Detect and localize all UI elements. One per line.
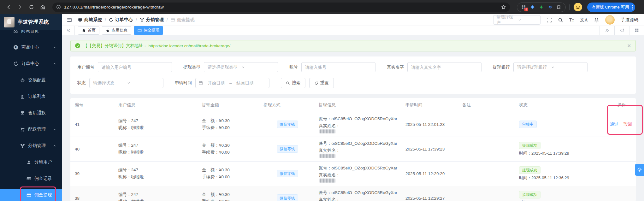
user-avatar[interactable] [605, 15, 615, 25]
home-icon [82, 28, 86, 33]
sidebar-item-trade-config[interactable]: 交易配置 [0, 74, 62, 86]
close-icon[interactable]: ✕ [627, 43, 631, 49]
svg-text:P: P [15, 46, 17, 49]
bank-select[interactable]: 请选择提现银行 [513, 62, 588, 72]
real-name-input[interactable] [407, 62, 482, 72]
col-user-info: 用户信息 [115, 98, 199, 112]
chevron-down-icon [241, 65, 275, 69]
start-date-input[interactable] [205, 81, 227, 86]
breadcrumb-item-withdraw: 佣金提现 [171, 17, 195, 23]
reject-link[interactable]: 驳回 [623, 122, 632, 127]
reload-icon[interactable] [27, 3, 36, 12]
tab-app-info[interactable]: 应用信息 [102, 26, 131, 35]
censored-name [320, 129, 335, 133]
col-actions: 操作 [607, 98, 636, 112]
page-content: 【【交易】分销返佣】文档地址： https://doc.iocoder.cn/m… [62, 35, 644, 201]
extension-grid-icon[interactable]: 6 [521, 5, 526, 9]
sidebar-item-refund[interactable]: 售后退款 [0, 107, 62, 119]
extension-diamond-icon[interactable] [530, 5, 535, 9]
filter-label-real-name: 真实名字 [387, 64, 404, 70]
filter-label-user-id: 用户编号 [77, 64, 94, 70]
search-icon[interactable] [558, 17, 563, 23]
browser-profile-avatar[interactable] [574, 3, 582, 11]
filter-label-bank: 提现银行 [493, 64, 510, 70]
status-badge: 审核中 [519, 121, 537, 128]
end-date-input[interactable] [234, 81, 257, 86]
breadcrumb-item-shop[interactable]: 商城系统 [78, 17, 102, 23]
url-text[interactable]: 127.0.0.1/mall/trade/brokerage/brokerage… [64, 5, 501, 9]
translate-icon[interactable]: 文A [580, 17, 588, 23]
tenant-select-placeholder: 请选择租户 [497, 14, 516, 26]
gear-icon [20, 78, 25, 83]
tabs-scroll-right-icon[interactable] [600, 26, 614, 35]
sidebar-item-brokerage-user[interactable]: 分销用户 [0, 156, 62, 168]
forward-icon[interactable] [15, 3, 25, 12]
site-info-icon[interactable] [56, 5, 61, 9]
fullscreen-icon[interactable] [547, 17, 552, 23]
collapse-sidebar-icon[interactable] [67, 17, 72, 23]
chevron-up-icon [53, 144, 56, 148]
breadcrumb-item-order[interactable]: 订单中心 [109, 17, 133, 23]
cart-icon [20, 127, 25, 132]
search-button[interactable]: 搜索 [281, 78, 305, 88]
sidebar-item-brokerage[interactable]: 分销管理 [0, 139, 62, 152]
user-id-input[interactable] [98, 62, 172, 72]
app-logo [4, 17, 15, 27]
tabs-scroll-left-icon[interactable] [62, 26, 75, 35]
user-icon [27, 160, 31, 165]
method-tag: 微信零钱 [277, 121, 298, 128]
apply-time-range-picker[interactable]: – [195, 78, 269, 88]
browser-menu-icon[interactable] [632, 5, 633, 9]
address-bar[interactable]: 127.0.0.1/mall/trade/brokerage/brokerage… [52, 3, 510, 12]
search-filter-panel: 用户编号 提现类型 请选择提现类型 账号 [70, 56, 636, 94]
search-icon [286, 81, 290, 85]
tab-brokerage-withdraw[interactable]: 佣金提现 [134, 26, 163, 35]
withdraw-type-select[interactable]: 请选择提现类型 [204, 62, 278, 72]
layout-grid-icon[interactable] [629, 26, 644, 35]
refresh-icon [314, 81, 318, 85]
bell-icon[interactable] [594, 17, 599, 23]
credit-card-icon [138, 28, 142, 33]
chevron-down-icon [53, 45, 56, 49]
chrome-update-button[interactable]: 有新版 Chrome 可用 [587, 3, 635, 12]
refresh-page-icon[interactable] [614, 26, 629, 35]
toolbar-divider [570, 4, 570, 10]
user-name[interactable]: 芋道源码 [621, 17, 638, 23]
sidebar-item-order-list[interactable]: 订单列表 [0, 90, 62, 103]
breadcrumb: 商城系统 / 订单中心 / 分销管理 / 佣金提现 [78, 17, 195, 23]
bookmark-star-icon[interactable] [501, 5, 506, 10]
extension-chevrons-icon[interactable] [548, 5, 552, 9]
extension-star-icon[interactable] [539, 5, 544, 9]
sidebar-item-mall-home[interactable]: 商城首页 [0, 30, 62, 37]
table-header-row: 编号 用户信息 提现金额 提现方式 提现信息 申请时间 备注 状态 操作 [70, 98, 636, 112]
shop-icon [78, 18, 82, 22]
puzzle-icon[interactable] [557, 5, 561, 9]
filter-label-status: 状态 [77, 80, 86, 86]
sidebar-item-delivery[interactable]: 配送管理 [0, 123, 62, 136]
approve-link[interactable]: 通过 [610, 122, 618, 127]
sidebar-item-order-center[interactable]: 订单中心 [0, 57, 62, 70]
reset-button[interactable]: 重置 [309, 78, 334, 88]
banknote-icon [27, 176, 31, 181]
tab-home[interactable]: 首页 [78, 26, 99, 35]
theme-settings-button[interactable] [635, 164, 644, 176]
table-row: 38 编号：247昵称：啦啦啦 金 额：¥0.30手续费：¥0.00 微信零钱 … [70, 186, 636, 201]
account-input[interactable] [301, 62, 375, 72]
doc-link[interactable]: https://doc.iocoder.cn/mall/trade-broker… [149, 44, 231, 48]
status-badge: 提现成功 [519, 142, 541, 149]
sidebar-item-brokerage-withdraw[interactable]: 佣金提现 [0, 189, 62, 201]
home-icon[interactable] [38, 3, 47, 12]
breadcrumb-item-brokerage[interactable]: 分销管理 [140, 17, 164, 23]
sidebar-item-brokerage-record[interactable]: 佣金记录 [0, 172, 62, 185]
back-icon[interactable] [4, 3, 13, 12]
status-badge: 提现成功 [519, 191, 541, 198]
chevron-down-icon [518, 18, 537, 22]
tenant-select[interactable]: 请选择租户 [493, 15, 541, 25]
status-time: 时间：2025-05-11 12:31:12 [519, 200, 606, 201]
sidebar-item-product-center[interactable]: P 商品中心 [0, 41, 62, 54]
method-tag: 微信零钱 [277, 145, 298, 153]
status-select[interactable]: 请选择状态 [89, 78, 163, 88]
col-remark: 备注 [459, 98, 516, 112]
font-size-icon[interactable]: Tт [569, 17, 574, 23]
table-row: 39 编号：247昵称：啦啦啦 金 额：¥0.30手续费：¥0.00 微信零钱 … [70, 161, 636, 186]
